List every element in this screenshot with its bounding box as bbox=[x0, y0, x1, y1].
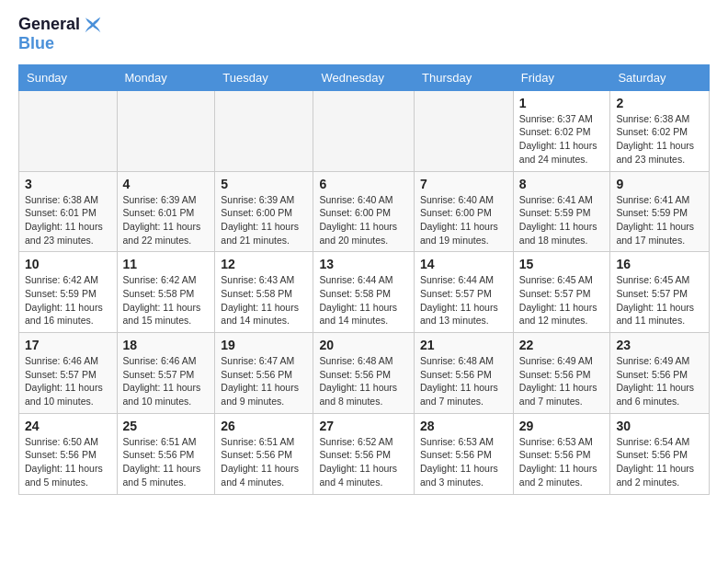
calendar-cell: 25Sunrise: 6:51 AM Sunset: 5:56 PM Dayli… bbox=[117, 413, 215, 494]
day-info: Sunrise: 6:45 AM Sunset: 5:57 PM Dayligh… bbox=[519, 273, 605, 327]
weekday-header-friday: Friday bbox=[513, 64, 610, 90]
day-number: 18 bbox=[123, 338, 210, 352]
day-info: Sunrise: 6:43 AM Sunset: 5:58 PM Dayligh… bbox=[221, 273, 307, 327]
weekday-header-sunday: Sunday bbox=[19, 64, 118, 90]
calendar-cell: 14Sunrise: 6:44 AM Sunset: 5:57 PM Dayli… bbox=[415, 252, 514, 333]
day-number: 10 bbox=[25, 257, 111, 271]
day-info: Sunrise: 6:41 AM Sunset: 5:59 PM Dayligh… bbox=[616, 193, 703, 247]
calendar-cell: 30Sunrise: 6:54 AM Sunset: 5:56 PM Dayli… bbox=[610, 413, 710, 494]
calendar-cell: 11Sunrise: 6:42 AM Sunset: 5:58 PM Dayli… bbox=[117, 252, 215, 333]
calendar-cell: 5Sunrise: 6:39 AM Sunset: 6:00 PM Daylig… bbox=[215, 171, 313, 252]
weekday-header-saturday: Saturday bbox=[610, 64, 710, 90]
day-number: 26 bbox=[221, 419, 307, 433]
calendar-cell: 4Sunrise: 6:39 AM Sunset: 6:01 PM Daylig… bbox=[117, 171, 215, 252]
day-number: 9 bbox=[616, 177, 703, 191]
calendar-cell: 28Sunrise: 6:53 AM Sunset: 5:56 PM Dayli… bbox=[415, 413, 514, 494]
day-info: Sunrise: 6:48 AM Sunset: 5:56 PM Dayligh… bbox=[319, 354, 408, 408]
calendar-cell: 6Sunrise: 6:40 AM Sunset: 6:00 PM Daylig… bbox=[313, 171, 415, 252]
calendar-cell: 22Sunrise: 6:49 AM Sunset: 5:56 PM Dayli… bbox=[513, 333, 610, 414]
calendar-cell: 19Sunrise: 6:47 AM Sunset: 5:56 PM Dayli… bbox=[215, 333, 313, 414]
calendar-cell: 15Sunrise: 6:45 AM Sunset: 5:57 PM Dayli… bbox=[513, 252, 610, 333]
calendar-week-4: 17Sunrise: 6:46 AM Sunset: 5:57 PM Dayli… bbox=[19, 333, 710, 414]
logo: General Blue bbox=[18, 15, 103, 53]
day-info: Sunrise: 6:53 AM Sunset: 5:56 PM Dayligh… bbox=[519, 435, 605, 489]
calendar-week-3: 10Sunrise: 6:42 AM Sunset: 5:59 PM Dayli… bbox=[19, 252, 710, 333]
calendar-cell: 18Sunrise: 6:46 AM Sunset: 5:57 PM Dayli… bbox=[117, 333, 215, 414]
day-info: Sunrise: 6:42 AM Sunset: 5:59 PM Dayligh… bbox=[25, 273, 111, 327]
day-info: Sunrise: 6:52 AM Sunset: 5:56 PM Dayligh… bbox=[319, 435, 408, 489]
day-number: 29 bbox=[519, 419, 605, 433]
weekday-header-tuesday: Tuesday bbox=[215, 64, 313, 90]
calendar-cell: 27Sunrise: 6:52 AM Sunset: 5:56 PM Dayli… bbox=[313, 413, 415, 494]
day-info: Sunrise: 6:44 AM Sunset: 5:57 PM Dayligh… bbox=[420, 273, 507, 327]
calendar-cell: 23Sunrise: 6:49 AM Sunset: 5:56 PM Dayli… bbox=[610, 333, 710, 414]
day-info: Sunrise: 6:37 AM Sunset: 6:02 PM Dayligh… bbox=[519, 112, 605, 167]
logo-bird-icon bbox=[83, 15, 103, 35]
day-number: 28 bbox=[420, 419, 507, 433]
day-info: Sunrise: 6:48 AM Sunset: 5:56 PM Dayligh… bbox=[420, 354, 507, 408]
weekday-header-thursday: Thursday bbox=[415, 64, 514, 90]
calendar-cell: 26Sunrise: 6:51 AM Sunset: 5:56 PM Dayli… bbox=[215, 413, 313, 494]
day-number: 5 bbox=[221, 177, 307, 191]
day-number: 15 bbox=[519, 257, 605, 271]
day-number: 19 bbox=[221, 338, 307, 352]
day-info: Sunrise: 6:51 AM Sunset: 5:56 PM Dayligh… bbox=[123, 435, 210, 489]
calendar-cell: 20Sunrise: 6:48 AM Sunset: 5:56 PM Dayli… bbox=[313, 333, 415, 414]
calendar-cell bbox=[313, 90, 415, 171]
day-number: 24 bbox=[25, 419, 111, 433]
calendar-table: SundayMondayTuesdayWednesdayThursdayFrid… bbox=[18, 64, 710, 495]
day-number: 6 bbox=[319, 177, 408, 191]
day-number: 7 bbox=[420, 177, 507, 191]
day-info: Sunrise: 6:40 AM Sunset: 6:00 PM Dayligh… bbox=[319, 193, 408, 247]
calendar-cell: 29Sunrise: 6:53 AM Sunset: 5:56 PM Dayli… bbox=[513, 413, 610, 494]
day-number: 16 bbox=[616, 257, 703, 271]
calendar-cell: 24Sunrise: 6:50 AM Sunset: 5:56 PM Dayli… bbox=[19, 413, 118, 494]
day-info: Sunrise: 6:39 AM Sunset: 6:01 PM Dayligh… bbox=[123, 193, 210, 247]
calendar-week-1: 1Sunrise: 6:37 AM Sunset: 6:02 PM Daylig… bbox=[19, 90, 710, 171]
calendar-cell bbox=[117, 90, 215, 171]
calendar-cell: 10Sunrise: 6:42 AM Sunset: 5:59 PM Dayli… bbox=[19, 252, 118, 333]
day-info: Sunrise: 6:54 AM Sunset: 5:56 PM Dayligh… bbox=[616, 435, 703, 489]
day-number: 12 bbox=[221, 257, 307, 271]
day-number: 1 bbox=[519, 96, 605, 110]
day-number: 17 bbox=[25, 338, 111, 352]
calendar-cell: 1Sunrise: 6:37 AM Sunset: 6:02 PM Daylig… bbox=[513, 90, 610, 171]
day-number: 27 bbox=[319, 419, 408, 433]
day-info: Sunrise: 6:45 AM Sunset: 5:57 PM Dayligh… bbox=[616, 273, 703, 327]
calendar-cell: 9Sunrise: 6:41 AM Sunset: 5:59 PM Daylig… bbox=[610, 171, 710, 252]
page-container: General Blue SundayMondayTuesdayWednesda… bbox=[0, 0, 728, 510]
calendar-cell: 3Sunrise: 6:38 AM Sunset: 6:01 PM Daylig… bbox=[19, 171, 118, 252]
calendar-cell bbox=[19, 90, 118, 171]
day-info: Sunrise: 6:44 AM Sunset: 5:58 PM Dayligh… bbox=[319, 273, 408, 327]
calendar-cell: 13Sunrise: 6:44 AM Sunset: 5:58 PM Dayli… bbox=[313, 252, 415, 333]
day-info: Sunrise: 6:39 AM Sunset: 6:00 PM Dayligh… bbox=[221, 193, 307, 247]
day-number: 23 bbox=[616, 338, 703, 352]
weekday-header-monday: Monday bbox=[117, 64, 215, 90]
day-info: Sunrise: 6:49 AM Sunset: 5:56 PM Dayligh… bbox=[616, 354, 703, 408]
calendar-cell bbox=[215, 90, 313, 171]
day-info: Sunrise: 6:38 AM Sunset: 6:01 PM Dayligh… bbox=[25, 193, 111, 247]
calendar-cell: 2Sunrise: 6:38 AM Sunset: 6:02 PM Daylig… bbox=[610, 90, 710, 171]
day-info: Sunrise: 6:50 AM Sunset: 5:56 PM Dayligh… bbox=[25, 435, 111, 489]
day-number: 2 bbox=[616, 96, 703, 110]
day-number: 11 bbox=[123, 257, 210, 271]
day-number: 3 bbox=[25, 177, 111, 191]
day-info: Sunrise: 6:47 AM Sunset: 5:56 PM Dayligh… bbox=[221, 354, 307, 408]
day-info: Sunrise: 6:42 AM Sunset: 5:58 PM Dayligh… bbox=[123, 273, 210, 327]
calendar-cell bbox=[415, 90, 514, 171]
logo-text: General Blue bbox=[18, 15, 103, 53]
weekday-header-wednesday: Wednesday bbox=[313, 64, 415, 90]
calendar-week-2: 3Sunrise: 6:38 AM Sunset: 6:01 PM Daylig… bbox=[19, 171, 710, 252]
calendar-cell: 17Sunrise: 6:46 AM Sunset: 5:57 PM Dayli… bbox=[19, 333, 118, 414]
day-number: 4 bbox=[123, 177, 210, 191]
calendar-cell: 16Sunrise: 6:45 AM Sunset: 5:57 PM Dayli… bbox=[610, 252, 710, 333]
weekday-header-row: SundayMondayTuesdayWednesdayThursdayFrid… bbox=[19, 64, 710, 90]
day-number: 30 bbox=[616, 419, 703, 433]
calendar-week-5: 24Sunrise: 6:50 AM Sunset: 5:56 PM Dayli… bbox=[19, 413, 710, 494]
calendar-cell: 8Sunrise: 6:41 AM Sunset: 5:59 PM Daylig… bbox=[513, 171, 610, 252]
day-info: Sunrise: 6:53 AM Sunset: 5:56 PM Dayligh… bbox=[420, 435, 507, 489]
day-info: Sunrise: 6:40 AM Sunset: 6:00 PM Dayligh… bbox=[420, 193, 507, 247]
day-info: Sunrise: 6:46 AM Sunset: 5:57 PM Dayligh… bbox=[123, 354, 210, 408]
day-info: Sunrise: 6:41 AM Sunset: 5:59 PM Dayligh… bbox=[519, 193, 605, 247]
day-number: 25 bbox=[123, 419, 210, 433]
